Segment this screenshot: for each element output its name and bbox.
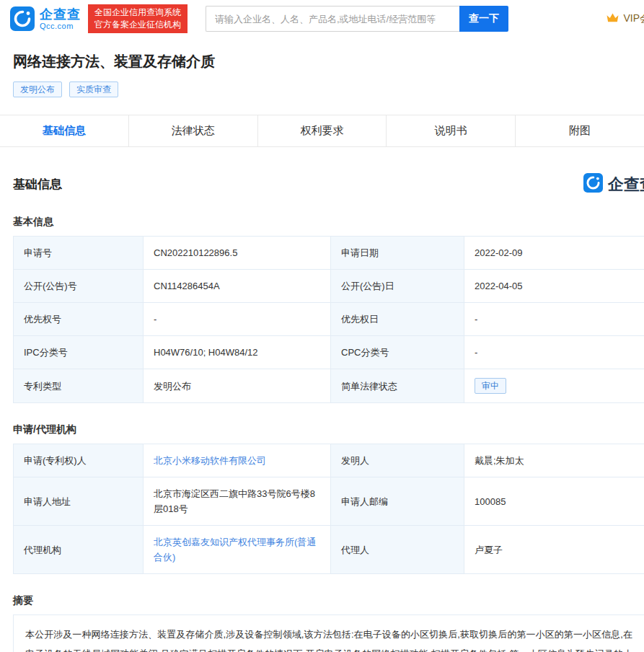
abstract-heading: 摘要 <box>13 594 644 607</box>
field-value: 发明公布 <box>144 369 331 402</box>
field-value: - <box>464 336 644 369</box>
tag-invention-publication: 发明公布 <box>13 82 62 97</box>
row-ipc-cpc: IPC分类号 H04W76/10; H04W84/12 CPC分类号 - <box>14 336 644 369</box>
agency-info-table: 申请(专利权)人 北京小米移动软件有限公司 发明人 戴晨;朱加太 申请人地址 北… <box>13 444 644 574</box>
field-label: IPC分类号 <box>14 336 144 369</box>
field-label: 公开(公告)号 <box>14 270 144 302</box>
field-value: 审中 <box>464 369 644 402</box>
field-label: 申请号 <box>14 237 144 269</box>
field-label: 代理机构 <box>14 526 144 573</box>
section-head: 基础信息 企查查 <box>13 173 644 195</box>
field-value: H04W76/10; H04W84/12 <box>144 336 331 369</box>
qcc-logo-link[interactable]: 企查查 Qcc.com <box>10 6 81 31</box>
agency-heading: 申请/代理机构 <box>13 423 644 436</box>
field-value: 北京市海淀区西二旗中路33号院6号楼8层018号 <box>144 477 331 525</box>
certification-banner: 全国企业信用查询系统 官方备案企业征信机构 <box>88 4 188 33</box>
field-label: 专利类型 <box>14 369 144 402</box>
qcc-watermark: 企查查 <box>583 173 644 195</box>
banner-line-2: 官方备案企业征信机构 <box>94 19 181 31</box>
field-label: 公开(公告)日 <box>331 270 464 302</box>
tab-claims[interactable]: 权利要求 <box>258 115 387 146</box>
field-label: 申请人地址 <box>14 477 144 525</box>
page: 企查查 Qcc.com 全国企业信用查询系统 官方备案企业征信机构 查一下 VI… <box>0 0 644 652</box>
field-value: 2022-02-09 <box>464 237 644 269</box>
qcc-watermark-text: 企查查 <box>608 174 644 195</box>
search-input[interactable] <box>206 6 459 32</box>
row-applicant-inventor: 申请(专利权)人 北京小米移动软件有限公司 发明人 戴晨;朱加太 <box>14 444 644 477</box>
banner-line-1: 全国企业信用查询系统 <box>94 6 181 19</box>
logo-texts: 企查查 Qcc.com <box>40 7 81 30</box>
crown-icon <box>606 12 619 25</box>
logo-domain-text: Qcc.com <box>40 22 81 30</box>
tag-substantive-examination: 实质审查 <box>69 82 118 97</box>
logo-brand-text: 企查查 <box>40 7 81 22</box>
tab-description[interactable]: 说明书 <box>387 115 516 146</box>
tab-figures[interactable]: 附图 <box>516 115 644 146</box>
field-label: 发明人 <box>331 444 464 477</box>
field-value: 戴晨;朱加太 <box>464 444 644 477</box>
section-title: 基础信息 <box>13 176 62 193</box>
field-value: CN114286454A <box>144 270 331 302</box>
vip-member-link[interactable]: VIP会员 <box>606 12 644 25</box>
abstract-text: 本公开涉及一种网络连接方法、装置及存储介质,涉及设备控制领域,该方法包括:在电子… <box>13 614 644 652</box>
field-value: - <box>464 303 644 335</box>
field-label: 申请日期 <box>331 237 464 269</box>
field-value: 100085 <box>464 477 644 525</box>
field-value: CN202210122896.5 <box>144 237 331 269</box>
field-value: 北京小米移动软件有限公司 <box>144 444 331 477</box>
row-patent-type: 专利类型 发明公布 简单法律状态 审中 <box>14 369 644 402</box>
patent-tags: 发明公布 实质审查 <box>13 82 631 97</box>
field-label: 申请(专利权)人 <box>14 444 144 477</box>
basic-info-heading: 基本信息 <box>13 216 644 229</box>
field-label: 优先权号 <box>14 303 144 335</box>
field-value: 2022-04-05 <box>464 270 644 302</box>
tab-legal-status[interactable]: 法律状态 <box>129 115 258 146</box>
field-label: 优先权日 <box>331 303 464 335</box>
search-bar: 查一下 <box>206 6 508 32</box>
main-content: 基础信息 企查查 基本信息 申请号 CN202210122896.5 申请日期 <box>0 173 644 652</box>
applicant-company-link[interactable]: 北京小米移动软件有限公司 <box>154 453 266 468</box>
tab-basic-info[interactable]: 基础信息 <box>0 115 129 146</box>
field-label: 简单法律状态 <box>331 369 464 402</box>
field-value: 北京英创嘉友知识产权代理事务所(普通合伙) <box>144 526 331 573</box>
field-value: 卢夏子 <box>464 526 644 573</box>
field-label: 代理人 <box>331 526 464 573</box>
qcc-logo-icon <box>10 6 35 31</box>
row-priority-number: 优先权号 - 优先权日 - <box>14 303 644 336</box>
field-label: CPC分类号 <box>331 336 464 369</box>
row-publication-number: 公开(公告)号 CN114286454A 公开(公告)日 2022-04-05 <box>14 270 644 303</box>
row-application-number: 申请号 CN202210122896.5 申请日期 2022-02-09 <box>14 237 644 270</box>
search-button[interactable]: 查一下 <box>459 6 508 32</box>
basic-info-table: 申请号 CN202210122896.5 申请日期 2022-02-09 公开(… <box>13 236 644 403</box>
patent-title: 网络连接方法、装置及存储介质 <box>13 52 631 71</box>
header: 企查查 Qcc.com 全国企业信用查询系统 官方备案企业征信机构 查一下 VI… <box>0 0 644 38</box>
field-label: 申请人邮编 <box>331 477 464 525</box>
status-badge: 审中 <box>475 378 506 394</box>
row-address-postcode: 申请人地址 北京市海淀区西二旗中路33号院6号楼8层018号 申请人邮编 100… <box>14 477 644 526</box>
agency-firm-link[interactable]: 北京英创嘉友知识产权代理事务所(普通合伙) <box>154 534 320 565</box>
tab-bar: 基础信息 法律状态 权利要求 说明书 附图 <box>0 115 644 147</box>
qcc-watermark-icon <box>583 173 603 195</box>
vip-label: VIP会员 <box>623 12 644 25</box>
row-agency-agent: 代理机构 北京英创嘉友知识产权代理事务所(普通合伙) 代理人 卢夏子 <box>14 526 644 573</box>
field-value: - <box>144 303 331 335</box>
